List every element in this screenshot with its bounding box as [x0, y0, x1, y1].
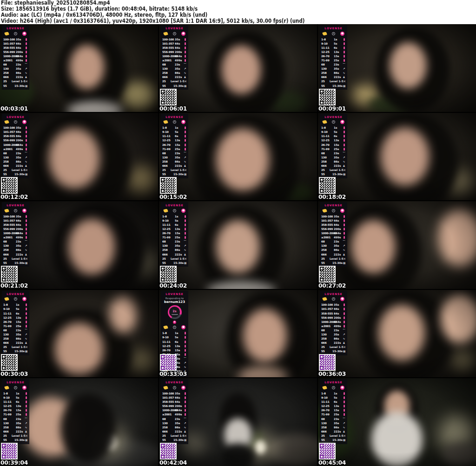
- tip-duration: Level 1-5: [12, 434, 26, 437]
- clock-icon: [14, 297, 17, 301]
- scene-blob: [351, 220, 396, 274]
- tip-amount: 26-70: [321, 55, 334, 58]
- pattern-icon: ▦: [343, 350, 346, 353]
- tip-amount: 1-8: [321, 392, 334, 395]
- scene-blob: [376, 384, 418, 435]
- tip-duration: 222s: [334, 76, 342, 79]
- tip-amount: 101-357: [321, 219, 334, 222]
- tip-duration: 6s: [175, 223, 183, 226]
- tip-amount: 25: [3, 346, 12, 348]
- responding-sublabel: [172, 314, 178, 315]
- random-icon: ×: [344, 80, 346, 83]
- tip-amount: 666: [3, 164, 16, 167]
- tip-duration: 444s: [175, 409, 183, 412]
- tip-menu-row: 26-7015s: [321, 143, 346, 147]
- tip-amount: 1-8: [3, 303, 16, 306]
- pulse-icon: ♟: [24, 164, 28, 167]
- lovense-watermark: LOVENSE: [321, 203, 346, 207]
- tip-menu-row: 5515-30s▦: [162, 261, 187, 265]
- scene-blob: [446, 170, 474, 196]
- random-icon: ×: [344, 169, 346, 171]
- tip-menu-row: 9-105s: [162, 218, 187, 223]
- tip-menu-header: [3, 208, 28, 213]
- scene-blob: [441, 295, 476, 343]
- tip-amount: 55: [3, 173, 14, 176]
- clock-icon: [332, 209, 335, 212]
- wave1-icon: ⌒: [24, 152, 28, 155]
- tip-amount: 258: [162, 249, 175, 251]
- tip-amount: 666: [321, 430, 334, 433]
- lovense-watermark: LOVENSE: [162, 26, 187, 30]
- tip-amount: 9-10: [321, 131, 334, 133]
- tip-menu-row: 13035s↗: [321, 67, 346, 71]
- vibe-icon: [342, 413, 346, 416]
- lovense-watermark: LOVENSE: [162, 292, 187, 295]
- pattern-icon: ▦: [184, 439, 187, 441]
- tip-duration: 5s: [175, 131, 183, 133]
- tip-menu-row: 9-105s: [321, 130, 346, 134]
- tip-menu-row: 1000-2000444s: [3, 54, 28, 58]
- tokens-icon: [4, 32, 9, 36]
- tip-amount: 258: [3, 72, 16, 74]
- vibe-icon: [342, 312, 346, 315]
- vibe-icon: [342, 144, 346, 146]
- tip-menu-row: 101-35766s: [162, 395, 187, 400]
- tip-amount: 258: [321, 426, 334, 429]
- tip-duration: 35s: [16, 333, 24, 336]
- scene-blob: [216, 129, 270, 191]
- pulse-icon: ♟: [342, 76, 346, 79]
- vibe-icon: [24, 325, 28, 328]
- timestamp-overlay: 00:12:02: [0, 193, 28, 200]
- tip-amount: 71-99: [321, 59, 334, 62]
- tip-amount: 100-100: [321, 215, 334, 218]
- qr-code: [319, 177, 336, 194]
- pulse-icon: ♟: [183, 430, 187, 433]
- scene-blob: [219, 393, 257, 444]
- tip-amount: 11-11: [162, 341, 175, 343]
- tokens-icon: [163, 120, 168, 124]
- timestamp-overlay: 00:03:01: [0, 105, 28, 112]
- tip-menu-row: 5515-30s▦: [321, 172, 346, 177]
- tip-amount: 1000-2000: [3, 55, 16, 58]
- tip-duration: 23s: [175, 63, 183, 66]
- tip-duration: Level 1-5: [171, 257, 185, 260]
- pulse-icon: ♟: [24, 253, 28, 256]
- tip-menu-row: 666222s♟: [3, 75, 28, 79]
- tip-menu-row: 26-7015s: [3, 408, 28, 413]
- scene-blob: [443, 443, 476, 466]
- tip-menu-row: 25886s∿: [321, 425, 346, 429]
- lovense-watermark: LOVENSE: [3, 381, 28, 384]
- tip-duration: 1s: [334, 126, 342, 129]
- tip-amount: 25: [321, 346, 330, 348]
- tip-menu-row: 25Level 1-5×: [321, 345, 346, 349]
- vibe-icon: [24, 148, 28, 151]
- tip-menu-row: 100-10035s: [321, 303, 346, 307]
- tip-duration: Level 1-5: [12, 80, 26, 83]
- tip-menu-row: 6823s⌒: [321, 328, 346, 332]
- tip-duration: 66s: [16, 219, 24, 222]
- toy-icon: [22, 297, 26, 301]
- tip-menu-panel: LOVENSE 1-81s9-105s11-116s12-2513s26-701…: [320, 379, 347, 444]
- scene-blob: [376, 27, 450, 112]
- tip-duration: 35s: [334, 215, 342, 218]
- tip-duration: 13s: [334, 139, 342, 142]
- vibe-icon: [342, 51, 346, 53]
- wave3-icon: ∿: [342, 249, 346, 251]
- tip-menu-row: 13035s↗: [3, 421, 28, 425]
- qr-code: [319, 354, 336, 371]
- wave1-icon: ⌒: [342, 63, 346, 66]
- clock-icon: [14, 209, 17, 212]
- tip-menu-row: 666222s♟: [3, 429, 28, 433]
- vibe-icon: [183, 215, 187, 218]
- tip-amount: ≥2001: [321, 236, 334, 239]
- tip-menu-row: 6823s⌒: [162, 63, 187, 67]
- tip-amount: 666: [3, 76, 16, 79]
- tip-amount: 68: [162, 240, 175, 243]
- tip-menu-row: 25886s∿: [162, 425, 187, 429]
- tip-duration: 222s: [334, 253, 342, 256]
- tip-duration: 1s: [175, 215, 183, 218]
- tip-menu-row: 1-81s: [321, 126, 346, 130]
- pulse-icon: ♟: [183, 164, 187, 167]
- tip-duration: 35s: [334, 156, 342, 159]
- scene-blob: [197, 205, 285, 289]
